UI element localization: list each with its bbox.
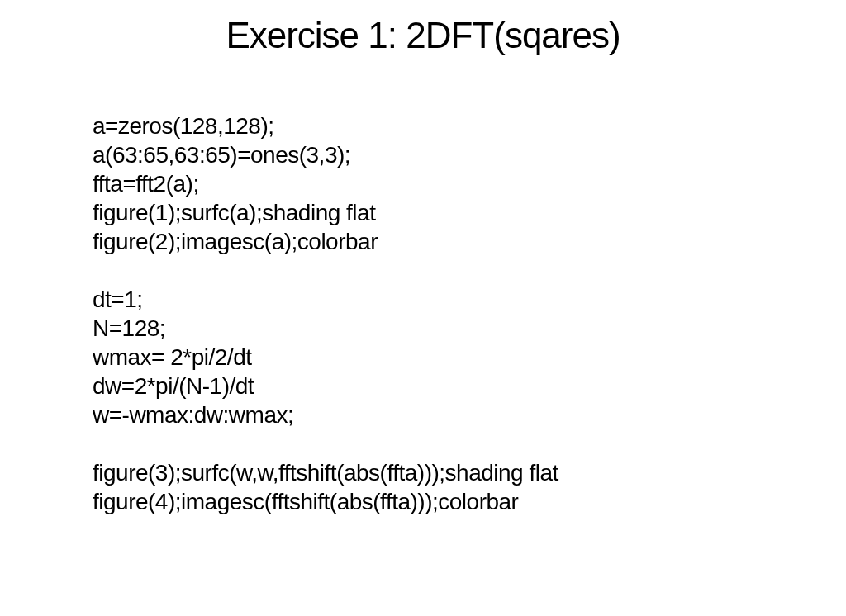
code-line: dt=1; (93, 285, 558, 314)
code-line: wmax= 2*pi/2/dt (93, 343, 558, 372)
code-line: a=zeros(128,128); (93, 111, 558, 140)
code-content: a=zeros(128,128); a(63:65,63:65)=ones(3,… (93, 111, 558, 516)
code-line: figure(4);imagesc(fftshift(abs(ffta)));c… (93, 487, 558, 516)
code-line: N=128; (93, 314, 558, 343)
code-line: ffta=fft2(a); (93, 169, 558, 198)
code-line: w=-wmax:dw:wmax; (93, 400, 558, 429)
code-line: figure(3);surfc(w,w,fftshift(abs(ffta)))… (93, 458, 558, 487)
blank-line (93, 429, 558, 458)
code-line: dw=2*pi/(N-1)/dt (93, 372, 558, 400)
code-line: a(63:65,63:65)=ones(3,3); (93, 140, 558, 169)
code-line: figure(1);surfc(a);shading flat (93, 198, 558, 227)
code-line: figure(2);imagesc(a);colorbar (93, 227, 558, 256)
slide-title: Exercise 1: 2DFT(sqares) (0, 0, 846, 56)
blank-line (93, 256, 558, 285)
